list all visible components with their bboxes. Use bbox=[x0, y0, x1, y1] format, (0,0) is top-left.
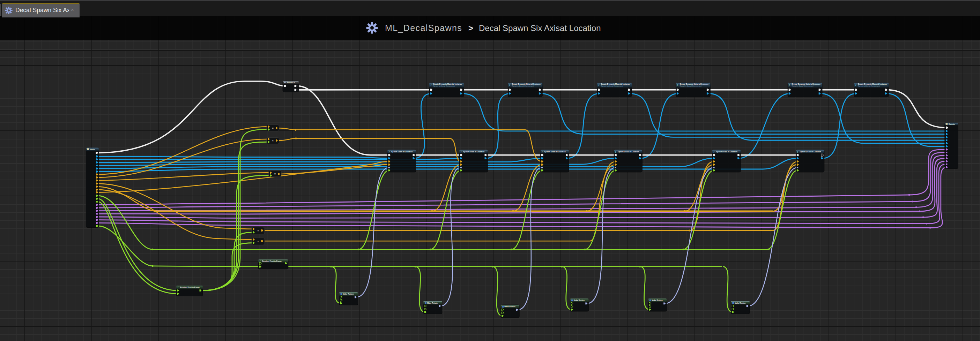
svg-text:Target is Decal Component: Target is Decal Component bbox=[858, 85, 880, 87]
svg-text:Random Float in Range: Random Float in Range bbox=[262, 260, 282, 262]
svg-text:Random Float in Range: Random Float in Range bbox=[180, 286, 200, 289]
svg-text:Outputs: Outputs bbox=[948, 124, 955, 125]
svg-text:>: > bbox=[468, 23, 473, 33]
svg-text:Make Rotator: Make Rotator bbox=[652, 299, 663, 301]
svg-text:Inputs: Inputs bbox=[90, 148, 95, 150]
svg-text:Spawn Decal at Location: Spawn Decal at Location bbox=[544, 151, 566, 153]
svg-text:Spawn Decal at Location: Spawn Decal at Location bbox=[463, 151, 484, 153]
svg-text:Target is Decal Component: Target is Decal Component bbox=[433, 85, 455, 87]
svg-text:×: × bbox=[257, 229, 259, 232]
svg-text:Spawn Decal at Location: Spawn Decal at Location bbox=[391, 151, 412, 153]
svg-text:×: × bbox=[272, 139, 274, 142]
svg-text:Target is Decal Component: Target is Decal Component bbox=[601, 85, 623, 87]
svg-text:Make Rotator: Make Rotator bbox=[735, 302, 746, 304]
svg-text:×: × bbox=[274, 172, 276, 175]
svg-text:Spawn Decal at Location: Spawn Decal at Location bbox=[800, 151, 821, 153]
svg-text:Make Rotator: Make Rotator bbox=[427, 302, 438, 304]
svg-text:×: × bbox=[257, 240, 259, 243]
svg-text:Make Rotator: Make Rotator bbox=[574, 299, 585, 301]
svg-text:Target is Decal Component: Target is Decal Component bbox=[512, 85, 534, 87]
svg-text:Spawn Decal at Location: Spawn Decal at Location bbox=[716, 151, 737, 153]
svg-text:Target is Decal Component: Target is Decal Component bbox=[792, 85, 813, 87]
svg-text:Spawn Decal at Location: Spawn Decal at Location bbox=[618, 151, 639, 153]
svg-text:Decal Spawn Six Axisat Locatio: Decal Spawn Six Axisat Location bbox=[479, 23, 601, 33]
svg-text:Target is Decal Component: Target is Decal Component bbox=[679, 85, 702, 87]
svg-text:Make Rotator: Make Rotator bbox=[343, 293, 354, 295]
svg-text:Sequence: Sequence bbox=[286, 81, 295, 83]
svg-text:Make Rotator: Make Rotator bbox=[504, 305, 515, 308]
svg-text:×: × bbox=[272, 127, 274, 130]
svg-text:ML_DecalSpawns: ML_DecalSpawns bbox=[385, 23, 462, 33]
